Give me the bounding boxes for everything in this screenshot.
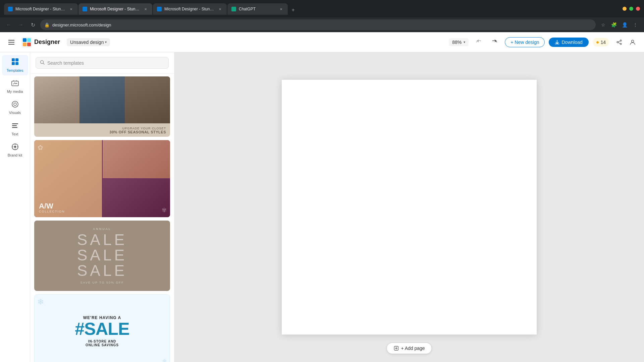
- chevron-down-icon: ▾: [105, 40, 107, 44]
- profile-icon[interactable]: 👤: [620, 20, 629, 29]
- svg-rect-5: [27, 38, 31, 42]
- sidebar-item-visuals[interactable]: Visuals: [2, 98, 28, 118]
- svg-rect-22: [12, 125, 17, 126]
- sidebar-item-text[interactable]: Text: [2, 119, 28, 139]
- user-icons-group: [613, 36, 639, 48]
- svg-rect-7: [27, 43, 31, 46]
- tab-3-title: Microsoft Designer - Stunning: [164, 7, 215, 11]
- template-1-image: [34, 76, 170, 123]
- new-tab-button[interactable]: +: [288, 5, 298, 15]
- templates-icon: [11, 58, 19, 67]
- svg-point-25: [14, 146, 16, 148]
- brand-kit-icon: [11, 143, 19, 152]
- credits-badge[interactable]: ● 14: [593, 38, 609, 47]
- add-page-icon: [393, 346, 399, 351]
- bookmark-icon[interactable]: ☆: [598, 20, 608, 29]
- template-card-hashtag-sale[interactable]: ❄ WE'RE HAVING A #SALE IN-STORE AND ONLI…: [34, 294, 170, 362]
- add-page-label: + Add page: [401, 346, 425, 351]
- template-3-save-text: SAVE UP TO 50% OFF: [80, 281, 124, 284]
- svg-rect-1: [8, 42, 14, 43]
- hamburger-button[interactable]: [5, 36, 17, 48]
- tab-3-favicon: [157, 7, 162, 11]
- back-button[interactable]: ←: [4, 20, 13, 29]
- svg-line-31: [43, 63, 45, 65]
- template-3-sale-1: SALE: [77, 232, 127, 247]
- tab-1[interactable]: Microsoft Designer - Stunning ✕: [4, 3, 78, 15]
- minimize-button[interactable]: [623, 7, 627, 11]
- svg-rect-14: [12, 58, 15, 61]
- extensions-icon[interactable]: 🧩: [609, 20, 619, 29]
- share-button[interactable]: [613, 36, 625, 48]
- tab-2[interactable]: Microsoft Designer - Stunning ✕: [78, 3, 152, 15]
- tab-3[interactable]: Microsoft Designer - Stunning ✕: [153, 3, 227, 15]
- browser-chrome: Microsoft Designer - Stunning ✕ Microsof…: [0, 0, 644, 17]
- template-2-subtitle: COLLECTION: [39, 210, 65, 213]
- tab-2-favicon: [83, 7, 87, 11]
- address-text: designer.microsoft.com/design: [52, 22, 592, 27]
- add-page-button[interactable]: + Add page: [386, 343, 432, 354]
- browser-toolbar: ☆ 🧩 👤 ⋮: [598, 20, 640, 29]
- svg-rect-4: [23, 38, 26, 42]
- maximize-button[interactable]: [629, 7, 633, 11]
- template-card-aw[interactable]: ✿ ✾ A/W COLLECTION: [34, 140, 170, 217]
- tab-4-title: ChatGPT: [239, 7, 276, 11]
- tab-bar: Microsoft Designer - Stunning ✕ Microsof…: [4, 3, 617, 15]
- svg-point-10: [617, 42, 618, 43]
- forward-button[interactable]: →: [16, 20, 25, 29]
- svg-point-8: [620, 40, 622, 41]
- canvas-page[interactable]: [282, 80, 537, 335]
- sidebar-text-label: Text: [11, 132, 18, 136]
- zoom-control[interactable]: 88% ▾: [449, 38, 469, 46]
- sidebar-item-my-media[interactable]: My media: [2, 77, 28, 97]
- app-container: Designer Unsaved design ▾ 88% ▾ + New de…: [0, 32, 644, 362]
- template-1-upgrade-text: Upgrade your closet: [110, 127, 166, 130]
- app-topbar: Designer Unsaved design ▾ 88% ▾ + New de…: [0, 32, 644, 52]
- template-4-decor-br: ❄: [162, 358, 167, 362]
- photo-cell-2: [103, 140, 170, 178]
- tab-1-title: Microsoft Designer - Stunning: [15, 7, 66, 11]
- download-button[interactable]: Download: [549, 38, 588, 47]
- svg-line-12: [618, 42, 620, 43]
- close-button[interactable]: [636, 7, 640, 11]
- template-2-title: A/W: [39, 202, 65, 210]
- tab-2-title: Microsoft Designer - Stunning: [90, 7, 140, 11]
- design-name-dropdown[interactable]: Unsaved design ▾: [67, 38, 110, 46]
- template-2-overlay: A/W COLLECTION: [39, 202, 65, 213]
- sidebar-item-templates[interactable]: Templates: [2, 55, 28, 75]
- tab-4-favicon: [231, 7, 236, 11]
- credits-count: 14: [600, 40, 606, 45]
- search-placeholder-text: Search templates: [47, 60, 84, 66]
- account-button[interactable]: [627, 36, 639, 48]
- search-box[interactable]: Search templates: [36, 57, 169, 69]
- refresh-button[interactable]: ↻: [28, 20, 38, 29]
- tab-1-favicon: [8, 7, 13, 11]
- sidebar-item-brand-kit[interactable]: Brand kit: [2, 140, 28, 160]
- undo-button[interactable]: [473, 36, 485, 48]
- tab-3-close[interactable]: ✕: [217, 6, 223, 12]
- designer-logo: Designer: [21, 37, 60, 48]
- template-card-seasonal[interactable]: Upgrade your closet 30% OFF SEASONAL STY…: [34, 76, 170, 137]
- new-design-button[interactable]: + New design: [505, 37, 545, 47]
- address-bar-row: ← → ↻ 🔒 designer.microsoft.com/design ☆ …: [0, 17, 644, 32]
- template-2-decor-br: ✾: [162, 206, 167, 214]
- sidebar: Templates My media Visuals Text: [0, 52, 30, 362]
- tab-1-close[interactable]: ✕: [68, 6, 74, 12]
- photo-cell-3: [103, 179, 170, 217]
- svg-point-20: [14, 103, 16, 106]
- template-3-sale-2: SALE: [77, 247, 127, 263]
- template-card-annual-sale[interactable]: ANNUAL SALE SALE SALE SAVE UP TO 50% OFF: [34, 221, 170, 291]
- redo-button[interactable]: [489, 36, 501, 48]
- sidebar-brand-kit-label: Brand kit: [8, 153, 22, 158]
- clothes-cell-1: [34, 76, 79, 123]
- svg-rect-17: [15, 62, 18, 65]
- address-bar[interactable]: 🔒 designer.microsoft.com/design: [40, 19, 596, 30]
- tab-2-close[interactable]: ✕: [143, 6, 148, 12]
- templates-panel: Search templates Upgrade your closet: [30, 52, 174, 362]
- design-name-text: Unsaved design: [70, 40, 104, 45]
- tab-4[interactable]: ChatGPT ✕: [227, 3, 288, 15]
- tab-4-close[interactable]: ✕: [278, 6, 284, 12]
- template-4-sub-text: IN-STORE AND ONLINE SAVINGS: [86, 340, 119, 347]
- sidebar-templates-label: Templates: [6, 68, 23, 73]
- settings-icon[interactable]: ⋮: [631, 20, 640, 29]
- clothes-cell-2: [79, 76, 125, 123]
